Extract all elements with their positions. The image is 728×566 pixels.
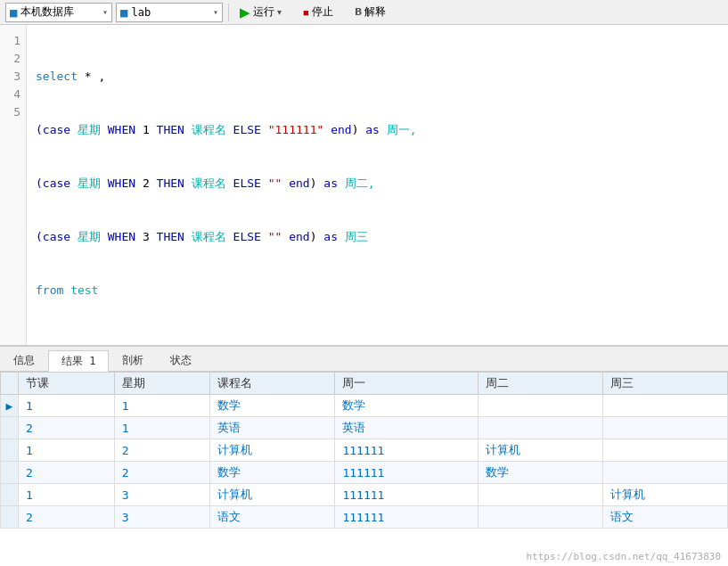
stop-icon: ■ bbox=[303, 7, 309, 18]
code-line-5: from test bbox=[36, 282, 719, 299]
table-cell: 111111 bbox=[335, 506, 478, 529]
col-header-kechengming: 课程名 bbox=[210, 373, 335, 395]
code-line-3: (case 星期 WHEN 2 THEN 课程名 ELSE "" end) as… bbox=[36, 175, 719, 193]
table-cell: 2 bbox=[114, 462, 210, 484]
schema-label: lab bbox=[131, 6, 209, 19]
table-cell bbox=[602, 462, 727, 484]
table-cell: 2 bbox=[114, 439, 210, 462]
table-cell bbox=[478, 484, 602, 506]
table-row: 21英语英语 bbox=[1, 417, 728, 439]
db-icon: ■ bbox=[10, 5, 17, 20]
table-cell: 1 bbox=[114, 395, 210, 417]
table-cell: 3 bbox=[114, 484, 210, 506]
col-header-jieke: 节课 bbox=[19, 373, 115, 395]
table-row: 23语文111111语文 bbox=[1, 506, 728, 529]
results-table: 节课 星期 课程名 周一 周二 周三 ▶11数学数学21英语英语12计算机111… bbox=[0, 372, 728, 529]
table-cell: 1 bbox=[19, 484, 115, 506]
table-cell: 计算机 bbox=[478, 439, 602, 462]
table-cell bbox=[602, 395, 727, 417]
table-cell: 计算机 bbox=[210, 439, 335, 462]
table-cell: 语文 bbox=[602, 506, 727, 529]
col-header-zhougsan: 周三 bbox=[602, 373, 727, 395]
line-numbers: 1 2 3 4 5 bbox=[0, 25, 27, 345]
table-cell: 英语 bbox=[210, 417, 335, 439]
code-editor[interactable]: select * , (case 星期 WHEN 1 THEN 课程名 ELSE… bbox=[27, 25, 728, 345]
row-indicator bbox=[1, 506, 19, 529]
bottom-panel: 信息 结果 1 剖析 状态 节课 星期 课程名 周一 周二 周三 bbox=[0, 346, 728, 566]
run-icon: ▶ bbox=[240, 4, 250, 21]
database-selector[interactable]: ■ 本机数据库 ▾ bbox=[5, 3, 112, 22]
table-cell: 2 bbox=[19, 417, 115, 439]
code-line-4: (case 星期 WHEN 3 THEN 课程名 ELSE "" end) as… bbox=[36, 228, 719, 246]
database-label: 本机数据库 bbox=[20, 4, 99, 20]
table-cell: 2 bbox=[19, 462, 115, 484]
table-cell: 数学 bbox=[335, 395, 478, 417]
table-cell bbox=[602, 417, 727, 439]
table-cell: 111111 bbox=[335, 484, 478, 506]
tab-info[interactable]: 信息 bbox=[0, 349, 48, 371]
table-cell: 111111 bbox=[335, 439, 478, 462]
watermark: https://blog.csdn.net/qq_41673830 bbox=[526, 551, 721, 562]
table-row: 12计算机111111计算机 bbox=[1, 439, 728, 462]
row-indicator bbox=[1, 462, 19, 484]
table-cell: 计算机 bbox=[602, 484, 727, 506]
table-cell: 计算机 bbox=[210, 484, 335, 506]
col-header-zhouyi: 周一 bbox=[335, 373, 478, 395]
explain-button[interactable]: 𝗕 解释 bbox=[349, 3, 391, 22]
table-row: ▶11数学数学 bbox=[1, 395, 728, 417]
db-arrow-icon: ▾ bbox=[102, 7, 108, 17]
table-row: 13计算机111111计算机 bbox=[1, 484, 728, 506]
indicator-header bbox=[1, 373, 19, 395]
table-cell: 2 bbox=[19, 506, 115, 529]
col-header-xingqi: 星期 bbox=[114, 373, 210, 395]
tab-profile[interactable]: 剖析 bbox=[109, 349, 157, 371]
tabs-bar: 信息 结果 1 剖析 状态 bbox=[0, 347, 728, 372]
stop-label: 停止 bbox=[312, 4, 333, 20]
table-cell: 数学 bbox=[478, 462, 602, 484]
results-area[interactable]: 节课 星期 课程名 周一 周二 周三 ▶11数学数学21英语英语12计算机111… bbox=[0, 372, 728, 566]
editor-area: 1 2 3 4 5 select * , (case 星期 WHEN 1 THE… bbox=[0, 25, 728, 346]
table-cell: 3 bbox=[114, 506, 210, 529]
col-header-zhouer: 周二 bbox=[478, 373, 602, 395]
table-cell: 111111 bbox=[335, 462, 478, 484]
row-indicator bbox=[1, 417, 19, 439]
run-button[interactable]: ▶ 运行 ▾ bbox=[234, 3, 287, 22]
row-indicator bbox=[1, 484, 19, 506]
row-indicator: ▶ bbox=[1, 395, 19, 417]
explain-label: 解释 bbox=[364, 4, 386, 20]
lab-icon: ■ bbox=[120, 5, 127, 20]
schema-selector[interactable]: ■ lab ▾ bbox=[116, 3, 223, 22]
explain-icon: 𝗕 bbox=[355, 6, 362, 18]
table-cell: 1 bbox=[19, 439, 115, 462]
table-cell bbox=[478, 395, 602, 417]
run-label: 运行 bbox=[253, 4, 274, 20]
table-cell bbox=[478, 417, 602, 439]
table-cell: 1 bbox=[114, 417, 210, 439]
table-cell bbox=[478, 506, 602, 529]
table-cell: 语文 bbox=[210, 506, 335, 529]
code-line-2: (case 星期 WHEN 1 THEN 课程名 ELSE "111111" e… bbox=[36, 121, 719, 139]
table-header-row: 节课 星期 课程名 周一 周二 周三 bbox=[1, 373, 728, 395]
row-indicator bbox=[1, 439, 19, 462]
lab-arrow-icon: ▾ bbox=[213, 7, 218, 17]
tab-results[interactable]: 结果 1 bbox=[48, 350, 109, 372]
stop-button[interactable]: ■ 停止 bbox=[298, 3, 339, 22]
table-cell: 数学 bbox=[210, 395, 335, 417]
table-cell bbox=[602, 439, 727, 462]
toolbar: ■ 本机数据库 ▾ ■ lab ▾ ▶ 运行 ▾ ■ 停止 𝗕 解释 bbox=[0, 0, 728, 25]
table-cell: 数学 bbox=[210, 462, 335, 484]
run-dropdown-icon: ▾ bbox=[277, 7, 282, 17]
table-cell: 1 bbox=[19, 395, 115, 417]
table-row: 22数学111111数学 bbox=[1, 462, 728, 484]
tab-status[interactable]: 状态 bbox=[157, 349, 205, 371]
code-line-1: select * , bbox=[36, 68, 719, 86]
divider1 bbox=[228, 4, 229, 21]
table-cell: 英语 bbox=[335, 417, 478, 439]
